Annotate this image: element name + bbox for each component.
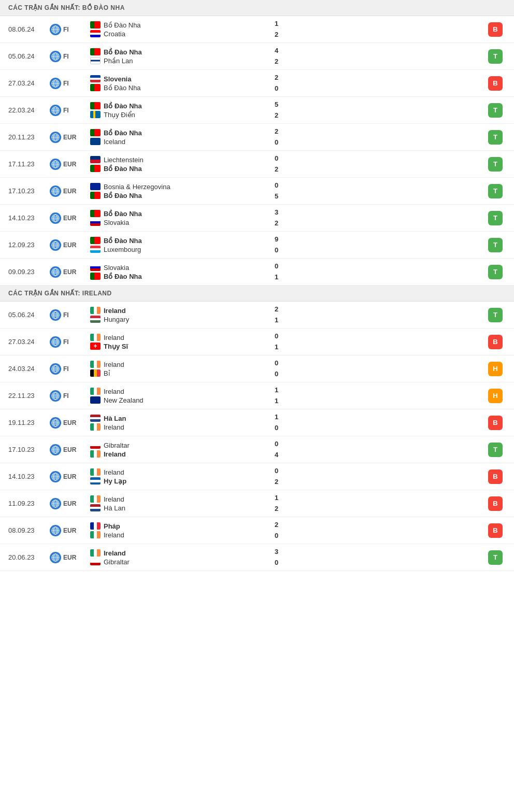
result-col: B [485, 416, 506, 430]
match-row[interactable]: 14.10.23 EURBồ Đào NhaSlovakia32T [0, 205, 514, 232]
competition-label: EUR [63, 500, 76, 507]
result-col: T [485, 238, 506, 252]
match-date: 17.10.23 [8, 446, 50, 453]
match-date: 08.09.23 [8, 526, 50, 534]
team-row: Hy Lạp [90, 477, 275, 485]
competition-label: FI [63, 80, 69, 87]
match-row[interactable]: 20.11.23 EURBồ Đào NhaIceland20T [0, 124, 514, 151]
result-badge: T [488, 265, 503, 279]
teams-col: LiechtensteinBồ Đào Nha [86, 156, 275, 173]
flag-pt [90, 210, 101, 217]
competition-col: EUR [50, 417, 86, 429]
team-name: Bosnia & Herzegovina [104, 183, 170, 191]
teams-col: IrelandBỉ [86, 361, 275, 377]
team-row: Phần Lan [90, 57, 275, 65]
teams-col: Bồ Đào NhaPhần Lan [86, 48, 275, 65]
flag-si [90, 75, 101, 82]
result-badge: B [488, 76, 503, 91]
match-row[interactable]: 05.06.24 FIBồ Đào NhaPhần Lan42T [0, 43, 514, 70]
team-row: Slovakia [90, 264, 275, 272]
match-row[interactable]: 17.11.23 EURLiechtensteinBồ Đào Nha02T [0, 151, 514, 178]
score-value: 0 [275, 332, 278, 341]
match-row[interactable]: 22.03.24 FIBồ Đào NhaThụy Điển52T [0, 97, 514, 124]
globe-icon [50, 51, 61, 62]
result-badge: T [488, 49, 503, 64]
match-row[interactable]: 14.10.23 EURIrelandHy Lạp02B [0, 463, 514, 490]
match-row[interactable]: 24.03.24 FIIrelandBỉ00H [0, 355, 514, 382]
competition-col: EUR [50, 212, 86, 224]
score-col: 42 [275, 46, 301, 66]
globe-icon [50, 363, 61, 375]
team-name: Liechtenstein [104, 156, 144, 164]
match-row[interactable]: 19.11.23 EURHà LanIreland10B [0, 409, 514, 436]
score-value: 0 [275, 558, 278, 567]
result-col: B [485, 523, 506, 538]
competition-label: EUR [63, 134, 76, 141]
competition-col: FI [50, 24, 86, 35]
competition-label: FI [63, 365, 69, 373]
team-row: Slovenia [90, 75, 275, 83]
match-date: 27.03.24 [8, 338, 50, 346]
teams-col: Bồ Đào NhaThụy Điển [86, 102, 275, 119]
score-value: 0 [275, 84, 278, 93]
team-name: Bồ Đào Nha [104, 165, 142, 173]
match-row[interactable]: 22.11.23 FIIrelandNew Zealand11H [0, 382, 514, 409]
team-row: Hà Lan [90, 415, 275, 422]
team-row: Hungary [90, 316, 275, 323]
match-row[interactable]: 27.03.24 FISloveniaBồ Đào Nha20B [0, 70, 514, 97]
score-col: 01 [275, 332, 301, 351]
result-col: H [485, 389, 506, 403]
competition-label: FI [63, 392, 69, 400]
match-row[interactable]: 20.06.23 EURIrelandGibraltar30T [0, 544, 514, 571]
team-name: Ireland [104, 495, 124, 503]
team-name: Bồ Đào Nha [104, 21, 141, 29]
match-row[interactable]: 11.09.23 EURIrelandHà Lan12B [0, 490, 514, 517]
flag-ie [90, 334, 101, 341]
competition-label: EUR [63, 473, 76, 480]
competition-col: FI [50, 363, 86, 375]
score-value: 3 [275, 547, 278, 557]
section-header-ireland: CÁC TRẬN GẦN NHẤT: IRELAND [0, 286, 514, 302]
team-name: Ireland [104, 468, 124, 476]
score-value: 1 [275, 343, 278, 352]
globe-icon [50, 471, 61, 482]
team-name: Hà Lan [104, 504, 125, 512]
flag-fi [90, 57, 101, 64]
match-row[interactable]: 12.09.23 EURBồ Đào NhaLuxembourg90T [0, 232, 514, 259]
match-row[interactable]: 08.06.24 FIBồ Đào NhaCroatia12B [0, 16, 514, 43]
team-row: Ireland [90, 549, 275, 557]
team-row: Luxembourg [90, 246, 275, 253]
result-badge: T [488, 103, 503, 118]
team-row: Pháp [90, 522, 275, 530]
score-value: 0 [275, 359, 278, 368]
match-row[interactable]: 17.10.23 EURBosnia & HerzegovinaBồ Đào N… [0, 178, 514, 205]
flag-gi [90, 558, 101, 565]
match-row[interactable]: 27.03.24 FIIrelandThụy Sĩ01B [0, 329, 514, 355]
match-row[interactable]: 05.06.24 FIIrelandHungary21T [0, 302, 514, 329]
team-name: Ireland [104, 450, 126, 458]
team-name: Bồ Đào Nha [104, 102, 142, 110]
score-col: 12 [275, 493, 301, 513]
teams-col: PhápIreland [86, 522, 275, 539]
score-value: 0 [275, 181, 278, 190]
result-col: B [485, 469, 506, 484]
team-name: Hy Lạp [104, 477, 126, 485]
score-value: 0 [275, 531, 278, 540]
score-value: 1 [275, 273, 278, 282]
competition-col: EUR [50, 552, 86, 563]
score-value: 2 [275, 57, 278, 66]
flag-ie [90, 388, 101, 395]
match-row[interactable]: 17.10.23 EURGibraltarIreland04T [0, 436, 514, 463]
flag-ie [90, 531, 101, 538]
team-name: Ireland [104, 549, 126, 557]
match-row[interactable]: 08.09.23 EURPhápIreland20B [0, 517, 514, 544]
team-row: Gibraltar [90, 441, 275, 449]
team-row: Bồ Đào Nha [90, 84, 275, 92]
teams-col: Bồ Đào NhaIceland [86, 129, 275, 146]
globe-icon [50, 159, 61, 170]
flag-ie [90, 307, 101, 314]
match-date: 11.09.23 [8, 500, 50, 507]
team-name: Slovakia [104, 264, 129, 272]
match-row[interactable]: 09.09.23 EURSlovakiaBồ Đào Nha01T [0, 259, 514, 286]
globe-icon [50, 525, 61, 536]
